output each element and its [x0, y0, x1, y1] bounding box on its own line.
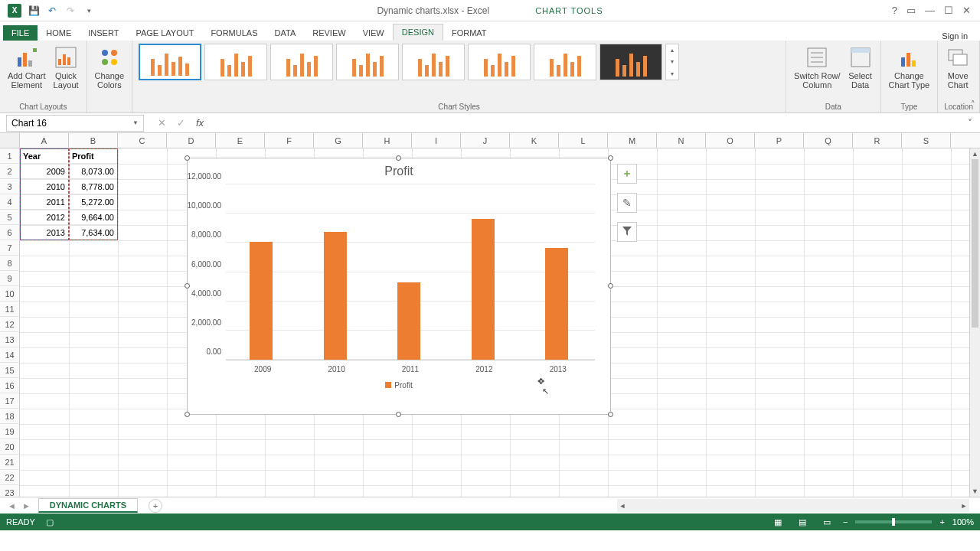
chart-title[interactable]: Profit	[188, 158, 610, 184]
row-header[interactable]: 19	[0, 424, 20, 439]
chart-style-6[interactable]	[468, 44, 531, 80]
row-header[interactable]: 11	[0, 302, 20, 317]
zoom-in-icon[interactable]: +	[939, 517, 944, 527]
row-header[interactable]: 17	[0, 393, 20, 409]
column-header[interactable]: A	[20, 133, 69, 148]
column-header[interactable]: P	[755, 133, 804, 148]
page-break-view-icon[interactable]: ▭	[818, 516, 835, 528]
column-header[interactable]: H	[363, 133, 412, 148]
column-header[interactable]: G	[314, 133, 363, 148]
horizontal-scrollbar[interactable]: ◄ ►	[617, 499, 969, 512]
bar[interactable]	[324, 232, 347, 360]
column-header[interactable]: C	[118, 133, 167, 148]
name-box-dropdown-icon[interactable]: ▼	[132, 119, 139, 126]
vertical-scrollbar[interactable]: ▲ ▼	[969, 148, 980, 497]
help-icon[interactable]: ?	[892, 5, 897, 16]
chart-style-4[interactable]	[336, 44, 399, 80]
resize-handle[interactable]	[608, 283, 613, 289]
row-header[interactable]: 23	[0, 485, 20, 497]
tab-review[interactable]: REVIEW	[304, 25, 354, 41]
chart-styles-button[interactable]: ✎	[617, 193, 637, 213]
select-data-button[interactable]: Select Data	[847, 44, 874, 91]
zoom-out-icon[interactable]: −	[843, 517, 848, 527]
column-header[interactable]: M	[608, 133, 657, 148]
page-layout-view-icon[interactable]: ▤	[794, 516, 811, 528]
bar[interactable]	[472, 219, 495, 360]
cell[interactable]: 5,272.00	[69, 194, 118, 210]
quick-layout-button[interactable]: Quick Layout	[52, 44, 80, 91]
cell[interactable]: 2010	[20, 179, 69, 194]
bar[interactable]	[250, 242, 273, 360]
resize-handle[interactable]	[396, 412, 401, 417]
cell[interactable]: 2013	[20, 225, 69, 240]
collapse-ribbon-icon[interactable]: ˄	[971, 99, 975, 109]
scroll-down-icon[interactable]: ▼	[970, 486, 980, 497]
row-header[interactable]: 7	[0, 240, 20, 256]
legend[interactable]: Profit	[188, 373, 610, 397]
zoom-level[interactable]: 100%	[952, 517, 974, 527]
column-header[interactable]: D	[167, 133, 216, 148]
name-box[interactable]: Chart 16 ▼	[6, 115, 144, 132]
resize-handle[interactable]	[396, 155, 401, 161]
column-header[interactable]: N	[657, 133, 706, 148]
tab-view[interactable]: VIEW	[354, 25, 393, 41]
resize-handle[interactable]	[608, 155, 613, 161]
sheet-nav-prev-icon[interactable]: ◄	[8, 501, 16, 510]
row-header[interactable]: 8	[0, 256, 20, 271]
row-header[interactable]: 6	[0, 225, 20, 240]
change-colors-button[interactable]: Change Colors	[93, 44, 126, 91]
tab-design[interactable]: DESIGN	[393, 24, 443, 41]
plot-area[interactable]: 0.002,000.004,000.006,000.008,000.0010,0…	[226, 184, 595, 360]
tab-home[interactable]: HOME	[38, 25, 80, 41]
zoom-slider[interactable]	[855, 520, 932, 523]
tab-insert[interactable]: INSERT	[80, 25, 127, 41]
chart-style-8[interactable]	[599, 44, 662, 80]
column-header[interactable]: L	[559, 133, 608, 148]
chart-style-2[interactable]	[204, 44, 267, 80]
row-header[interactable]: 5	[0, 210, 20, 225]
chart-filters-button[interactable]	[617, 222, 637, 242]
add-chart-element-button[interactable]: Add Chart Element	[6, 44, 47, 91]
qat-customize-icon[interactable]: ▾	[83, 5, 95, 17]
sheet-nav-next-icon[interactable]: ►	[22, 501, 31, 510]
tab-data[interactable]: DATA	[266, 25, 305, 41]
chart-style-1[interactable]	[139, 44, 201, 80]
scroll-left-icon[interactable]: ◄	[617, 502, 628, 510]
expand-formula-bar-icon[interactable]: ˅	[960, 118, 980, 129]
scroll-thumb[interactable]	[972, 159, 978, 328]
row-header[interactable]: 14	[0, 347, 20, 363]
column-header[interactable]: O	[706, 133, 755, 148]
scroll-up-icon[interactable]: ▲	[970, 148, 980, 159]
column-header[interactable]: R	[853, 133, 902, 148]
resize-handle[interactable]	[185, 412, 190, 417]
chart-elements-button[interactable]: ＋	[617, 164, 637, 184]
undo-icon[interactable]: ↶	[46, 5, 58, 17]
cell[interactable]: 2012	[20, 210, 69, 225]
row-header[interactable]: 13	[0, 332, 20, 347]
sheet-tab-active[interactable]: DYNAMIC CHARTS	[38, 498, 138, 513]
select-all-corner[interactable]	[0, 133, 20, 148]
cell[interactable]: 8,073.00	[69, 164, 118, 179]
row-header[interactable]: 20	[0, 439, 20, 455]
move-chart-button[interactable]: Move Chart	[944, 44, 972, 91]
row-header[interactable]: 22	[0, 470, 20, 485]
save-icon[interactable]: 💾	[28, 5, 40, 17]
cell[interactable]: 2009	[20, 164, 69, 179]
cell[interactable]: 2011	[20, 194, 69, 210]
switch-row-column-button[interactable]: Switch Row/ Column	[792, 44, 842, 91]
cell[interactable]: 9,664.00	[69, 210, 118, 225]
embedded-chart[interactable]: Profit 0.002,000.004,000.006,000.008,000…	[187, 158, 611, 415]
maximize-icon[interactable]: ☐	[944, 5, 953, 16]
formula-input[interactable]	[211, 115, 960, 132]
chart-style-5[interactable]	[402, 44, 465, 80]
row-header[interactable]: 12	[0, 317, 20, 332]
chart-styles-more-button[interactable]: ▴▾▾	[665, 44, 679, 80]
column-header[interactable]: Q	[804, 133, 853, 148]
resize-handle[interactable]	[608, 412, 613, 417]
chart-style-7[interactable]	[534, 44, 596, 80]
new-sheet-button[interactable]: +	[149, 499, 162, 513]
tab-page-layout[interactable]: PAGE LAYOUT	[127, 25, 202, 41]
column-header[interactable]: S	[902, 133, 951, 148]
cell[interactable]: 8,778.00	[69, 179, 118, 194]
row-header[interactable]: 21	[0, 455, 20, 470]
